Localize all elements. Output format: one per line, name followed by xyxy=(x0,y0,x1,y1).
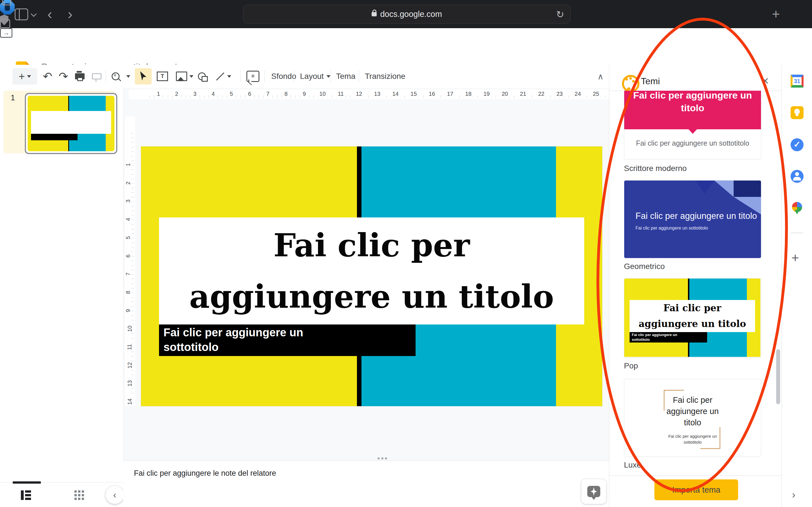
safari-window: ‹ › docs.google.com ↻ + Presentazione se… xyxy=(0,0,812,507)
print-icon[interactable] xyxy=(75,65,85,88)
zoom-caret-icon[interactable] xyxy=(126,65,130,88)
tasks-icon[interactable]: ✓ xyxy=(791,138,804,151)
comment-spark-button[interactable] xyxy=(581,479,606,504)
panel-scrollbar[interactable] xyxy=(776,349,780,404)
themes-panel-title: Temi xyxy=(641,76,660,87)
ruler-number: 9 xyxy=(125,308,132,313)
url-text: docs.google.com xyxy=(380,10,442,19)
slides-header: Presentazione senza titolo ☆ → ☁✓ FileMo… xyxy=(0,28,812,65)
ruler-number: 1 xyxy=(155,91,161,97)
palette-icon xyxy=(622,75,640,93)
ruler-number: 19 xyxy=(482,91,492,97)
ruler-number: 2 xyxy=(173,91,180,97)
ruler-number: 7 xyxy=(264,91,271,97)
ruler-number: 13 xyxy=(126,379,133,388)
sidebar-chevron-down-icon[interactable] xyxy=(31,11,37,17)
ruler-number: 7 xyxy=(125,272,132,277)
ruler-number: 2 xyxy=(125,180,132,186)
paint-format-icon xyxy=(92,65,101,88)
text-box-icon[interactable]: T xyxy=(157,65,168,88)
layout-caret-icon xyxy=(326,75,331,78)
browser-toolbar: ‹ › docs.google.com ↻ + xyxy=(0,0,812,28)
theme-button[interactable]: Tema xyxy=(336,65,355,88)
insert-image-icon[interactable] xyxy=(176,65,187,88)
layout-button[interactable]: Layout xyxy=(300,65,331,88)
address-bar[interactable]: docs.google.com ↻ xyxy=(243,4,571,24)
ruler-number: 4 xyxy=(125,217,132,222)
cursor-icon xyxy=(139,71,147,81)
new-tab-icon[interactable]: + xyxy=(772,6,780,22)
background-button[interactable]: Sfondo xyxy=(271,65,296,88)
lock-icon xyxy=(371,12,377,16)
sidebar-toggle-icon[interactable] xyxy=(15,8,28,20)
insert-shape-icon[interactable] xyxy=(198,65,206,88)
new-slide-button[interactable]: + xyxy=(12,68,37,84)
ruler-number: 16 xyxy=(427,91,437,97)
import-theme-button[interactable]: Importa tema xyxy=(654,480,738,500)
slide-title-placeholder[interactable]: Fai clic peraggiungere un titolo xyxy=(159,217,584,325)
undo-icon[interactable]: ↶ xyxy=(43,65,52,88)
contacts-icon[interactable] xyxy=(791,170,804,183)
sidebar-divider xyxy=(791,233,803,233)
theme-label: Pop xyxy=(624,361,638,371)
ruler-number: 24 xyxy=(573,91,582,97)
theme-card-geometrico[interactable]: Fai clic per aggiungere un titolo Fai cl… xyxy=(624,180,761,258)
speaker-notes-placeholder[interactable]: Fai clic per aggiungere le note del rela… xyxy=(134,469,276,478)
current-slide[interactable]: Fai clic peraggiungere un titolo Fai cli… xyxy=(141,147,602,406)
ruler-number: 12 xyxy=(354,91,364,97)
spark-icon xyxy=(587,486,600,497)
google-apps-sidebar: 31 ✓ + › xyxy=(781,65,812,507)
line-caret-icon[interactable] xyxy=(227,65,231,88)
theme-card-scrittore-moderno[interactable]: Fai clic per aggiungere untitolo Fai cli… xyxy=(624,91,761,159)
thumbnail-slide xyxy=(28,96,114,151)
ruler-number: 8 xyxy=(283,91,289,97)
forward-icon: › xyxy=(68,0,72,28)
insert-line-icon[interactable] xyxy=(215,65,225,88)
move-folder-icon[interactable]: → xyxy=(0,28,12,38)
ruler-number: 23 xyxy=(555,91,564,97)
filmstrip-view-icon[interactable] xyxy=(21,490,31,500)
speaker-notes[interactable]: Fai clic per aggiungere le note del rela… xyxy=(123,460,609,507)
ruler-number: 8 xyxy=(125,290,132,295)
add-addon-icon[interactable]: + xyxy=(792,250,799,265)
zoom-icon[interactable] xyxy=(112,65,119,88)
redo-icon[interactable]: ↷ xyxy=(59,65,68,88)
ruler-number: 5 xyxy=(228,91,235,97)
ruler-number: 15 xyxy=(409,91,418,97)
ruler-number: 3 xyxy=(125,199,132,204)
calendar-icon[interactable]: 31 xyxy=(791,75,804,88)
ruler-number: 11 xyxy=(336,91,345,97)
ruler-number: 25 xyxy=(591,91,601,97)
ruler-number: 13 xyxy=(372,91,382,97)
active-view-indicator xyxy=(13,482,41,484)
close-icon[interactable]: × xyxy=(762,74,769,88)
collapse-filmstrip-button[interactable]: ‹ xyxy=(106,486,124,504)
slide-number: 1 xyxy=(11,94,15,102)
luxe-bracket xyxy=(664,390,684,391)
slide-thumbnail[interactable] xyxy=(25,93,117,154)
image-caret-icon[interactable] xyxy=(190,65,193,88)
transition-button[interactable]: Transizione xyxy=(365,65,405,88)
grid-view-icon[interactable] xyxy=(74,490,77,493)
theme-card-luxe[interactable]: Fai clic peraggiungere untitolo Fai clic… xyxy=(624,379,761,457)
ruler-number: 17 xyxy=(445,91,455,97)
new-slide-caret-icon xyxy=(27,75,31,78)
slide-subtitle-placeholder[interactable]: Fai clic per aggiungere unsottotitolo xyxy=(159,325,416,356)
maps-icon[interactable] xyxy=(791,202,804,214)
ruler-number: 20 xyxy=(500,91,509,97)
back-icon[interactable]: ‹ xyxy=(47,0,52,28)
reload-icon[interactable]: ↻ xyxy=(556,9,564,20)
ruler-number: 11 xyxy=(126,343,133,351)
hide-sidebar-icon[interactable]: › xyxy=(792,489,795,501)
collapse-toolbar-icon[interactable]: ∧ xyxy=(594,65,607,88)
filmstrip-selected-slide[interactable]: 1 xyxy=(3,91,115,154)
filmstrip-footer: ‹ xyxy=(0,482,123,507)
theme-label: Geometrico xyxy=(624,262,665,271)
keep-icon[interactable] xyxy=(791,106,804,119)
select-tool[interactable] xyxy=(135,68,152,84)
ruler-number: 14 xyxy=(126,397,133,406)
ruler-number: 9 xyxy=(301,91,308,97)
themes-panel: Temi × Fai clic per aggiungere untitolo … xyxy=(609,65,782,507)
insert-comment-icon[interactable]: + xyxy=(246,65,259,88)
theme-card-pop[interactable]: Fai clic peraggiungere un titolo Fai cli… xyxy=(624,278,761,358)
